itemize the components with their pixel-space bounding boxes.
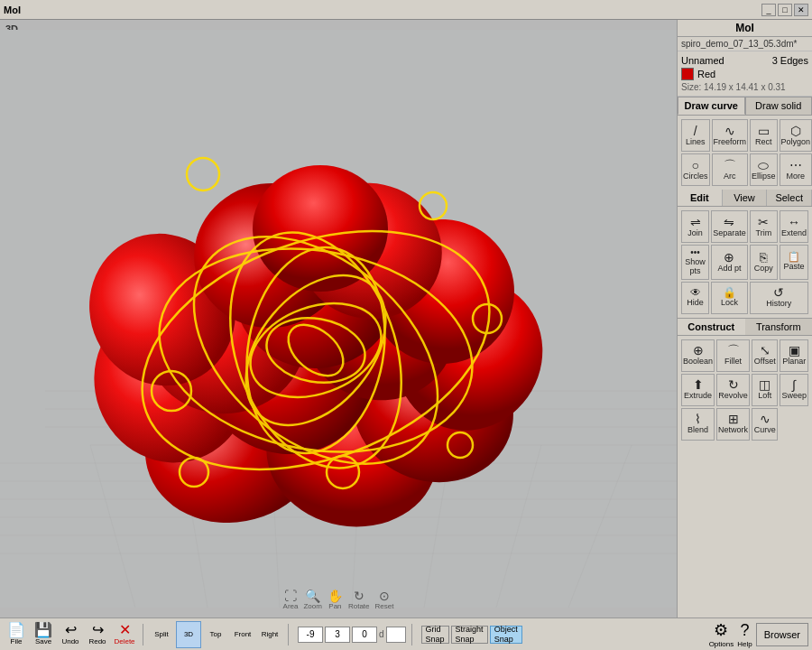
- draw-curve-tab[interactable]: Draw curve: [678, 97, 745, 115]
- polygon-tool[interactable]: ⬡ Polygon: [780, 119, 812, 152]
- options-button[interactable]: ⚙ Options: [709, 620, 734, 648]
- offset-tool[interactable]: ⤡ Offset: [752, 339, 778, 372]
- d-label: d: [379, 629, 384, 639]
- split-view-button[interactable]: Split: [149, 621, 174, 648]
- join-tool[interactable]: ⇌ Join: [681, 210, 709, 243]
- edit-tab[interactable]: Edit: [678, 190, 723, 206]
- sweep-tool[interactable]: ∫ Sweep: [780, 374, 808, 406]
- color-swatch[interactable]: [681, 68, 694, 80]
- delete-button[interactable]: ✕ Delete: [112, 621, 137, 648]
- paste-tool[interactable]: 📋 Paste: [780, 245, 808, 280]
- add-pt-tool[interactable]: ⊕ Add pt: [711, 245, 748, 280]
- close-button[interactable]: ✕: [794, 4, 808, 16]
- app-name: MoI: [678, 20, 812, 37]
- boolean-tool[interactable]: ⊕ Boolean: [681, 339, 715, 372]
- top-view-button[interactable]: Top: [203, 621, 228, 648]
- zoom-nav-button[interactable]: 🔍 Zoom: [303, 590, 321, 610]
- object-edges: 3 Edges: [772, 55, 808, 66]
- save-button[interactable]: 💾 Save: [31, 621, 56, 648]
- d-coord-input[interactable]: [386, 627, 406, 643]
- object-name: Unnamed: [681, 55, 724, 66]
- extrude-tool[interactable]: ⬆ Extrude: [681, 374, 715, 406]
- construct-tools: ⊕ Boolean ⌒ Fillet ⤡ Offset ▣ Planar ⬆: [678, 336, 812, 444]
- y-coord-input[interactable]: [325, 627, 350, 643]
- app-title: MoI: [4, 5, 21, 15]
- minimize-button[interactable]: _: [761, 4, 776, 16]
- separate-tool[interactable]: ⇋ Separate: [711, 210, 748, 243]
- file-tools: 📄 File 💾 Save ↩ Undo ↪ Redo ✕ Delete: [4, 621, 137, 648]
- area-nav-button[interactable]: ⛶ Area: [283, 590, 299, 610]
- 3d-view-button[interactable]: 3D: [176, 621, 201, 648]
- redo-button[interactable]: ↪ Redo: [85, 621, 110, 648]
- show-pts-tool[interactable]: ••• Show pts: [681, 245, 709, 280]
- z-coord-input[interactable]: [352, 627, 377, 643]
- help-button[interactable]: ? Help: [737, 621, 752, 648]
- straight-snap-button[interactable]: Straight Snap: [451, 626, 488, 644]
- lines-tool[interactable]: / Lines: [681, 119, 710, 152]
- file-name: spiro_demo_07_13_05.3dm*: [678, 37, 812, 51]
- 3d-scene[interactable]: [0, 20, 677, 618]
- object-info-panel: Unnamed 3 Edges Red Size: 14.19 x 14.41 …: [678, 51, 812, 97]
- loft-tool[interactable]: ◫ Loft: [752, 374, 778, 406]
- help-label: Help: [737, 640, 752, 648]
- separator-2: [288, 624, 289, 645]
- view-buttons: Split 3D Top Front Right: [149, 621, 282, 648]
- circles-tool[interactable]: ○ Circles: [681, 153, 710, 186]
- network-tool[interactable]: ⊞ Network: [716, 408, 750, 441]
- copy-tool[interactable]: ⎘ Copy: [750, 245, 778, 280]
- separator-1: [143, 624, 143, 645]
- color-name: Red: [697, 69, 715, 79]
- object-size: Size: 14.19 x 14.41 x 0.31: [681, 82, 808, 92]
- select-tab[interactable]: Select: [767, 190, 812, 206]
- undo-button[interactable]: ↩ Undo: [58, 621, 83, 648]
- coordinate-inputs: d: [298, 627, 406, 643]
- trim-tool[interactable]: ✂ Trim: [750, 210, 778, 243]
- pan-nav-button[interactable]: ✋ Pan: [328, 590, 343, 610]
- construct-tab[interactable]: Construct: [678, 319, 745, 335]
- transform-tab[interactable]: Transform: [745, 319, 813, 335]
- rect-tool[interactable]: ▭ Rect: [750, 119, 778, 152]
- right-bottom-tools: ⚙ Options ? Help Browser: [709, 620, 808, 648]
- ellipse-tool[interactable]: ⬭ Ellipse: [750, 153, 778, 186]
- fillet-tool[interactable]: ⌒ Fillet: [716, 339, 750, 372]
- x-coord-input[interactable]: [298, 627, 323, 643]
- rotate-nav-button[interactable]: ↻ Rotate: [348, 590, 370, 610]
- separator-3: [411, 624, 412, 645]
- grid-snap-button[interactable]: Grid Snap: [421, 626, 449, 644]
- viewport-nav: ⛶ Area 🔍 Zoom ✋ Pan ↻ Rotate ⊙ Reset: [283, 590, 394, 610]
- history-tool[interactable]: ↺ History: [750, 282, 808, 314]
- blend-tool[interactable]: ⌇ Blend: [681, 408, 715, 441]
- revolve-tool[interactable]: ↻ Revolve: [716, 374, 750, 406]
- more-tool[interactable]: ⋯ More: [780, 153, 812, 186]
- freeform-tool[interactable]: ∿ Freeform: [712, 119, 749, 152]
- edit-tools: ⇌ Join ⇋ Separate ✂ Trim ↔ Extend •••: [678, 207, 812, 318]
- arc-tool[interactable]: ⌒ Arc: [712, 153, 749, 186]
- options-label: Options: [709, 640, 734, 648]
- object-snap-button[interactable]: Object Snap: [490, 626, 522, 644]
- snap-section: Grid Snap Straight Snap Object Snap: [421, 626, 522, 644]
- maximize-button[interactable]: □: [778, 4, 792, 16]
- draw-curve-tools: / Lines ∿ Freeform ▭ Rect ⬡ Polygon: [678, 116, 812, 190]
- browser-button[interactable]: Browser: [756, 623, 808, 646]
- curve-construct-tool[interactable]: ∿ Curve: [752, 408, 778, 441]
- hide-tool[interactable]: 👁 Hide: [681, 282, 709, 314]
- reset-nav-button[interactable]: ⊙ Reset: [375, 590, 394, 610]
- planar-tool[interactable]: ▣ Planar: [780, 339, 808, 372]
- draw-solid-tab[interactable]: Draw solid: [745, 97, 813, 115]
- lock-tool[interactable]: 🔒 Lock: [711, 282, 748, 314]
- view-tab[interactable]: View: [723, 190, 768, 206]
- right-view-button[interactable]: Right: [257, 621, 282, 648]
- extend-tool[interactable]: ↔ Extend: [780, 210, 808, 243]
- file-button[interactable]: 📄 File: [4, 621, 29, 648]
- front-view-button[interactable]: Front: [230, 621, 255, 648]
